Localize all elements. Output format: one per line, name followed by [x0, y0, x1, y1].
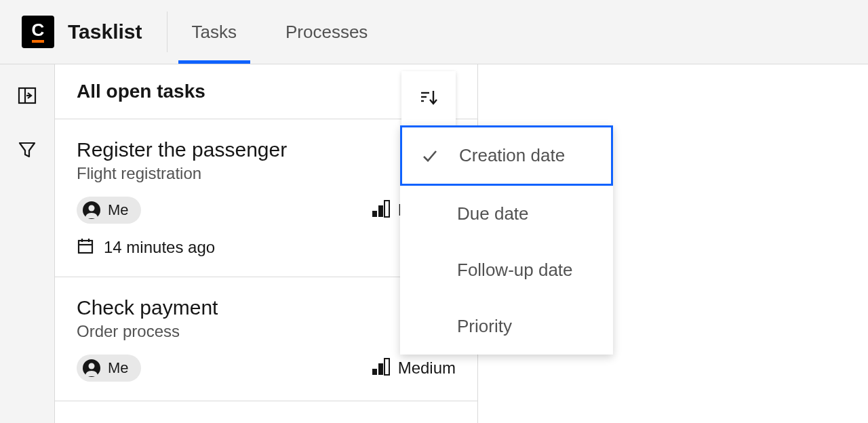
collapse-icon[interactable]: [16, 85, 38, 106]
main-area: All open tasks Creation: [0, 64, 868, 423]
app-title: Tasklist: [68, 20, 142, 43]
svg-rect-11: [384, 201, 389, 217]
sort-option-followup-date[interactable]: Follow-up date: [400, 242, 613, 298]
svg-rect-19: [378, 363, 383, 375]
svg-point-17: [89, 363, 95, 369]
calendar-icon: [77, 237, 94, 258]
task-time-row: 14 minutes ago: [77, 237, 456, 258]
assignee-pill[interactable]: Me: [77, 355, 141, 382]
logo-letter: C: [32, 21, 45, 39]
sort-option-label: Due date: [457, 203, 529, 224]
svg-rect-18: [372, 369, 377, 375]
task-process: Flight registration: [77, 164, 456, 183]
sort-button[interactable]: [401, 71, 456, 125]
task-process: Order process: [77, 322, 456, 341]
task-time: 14 minutes ago: [104, 238, 215, 257]
bar-chart-icon: [371, 357, 391, 380]
svg-point-8: [89, 205, 95, 212]
task-meta-row: Me Medium: [77, 197, 456, 224]
priority-label: Medium: [398, 359, 456, 378]
task-list-panel: All open tasks Creation: [54, 64, 478, 423]
svg-rect-12: [79, 241, 92, 253]
svg-rect-9: [372, 211, 377, 217]
top-bar: C Tasklist Tasks Processes: [0, 0, 868, 64]
task-title: Register the passenger: [77, 138, 456, 161]
panel-title: All open tasks: [77, 81, 205, 102]
sort-option-due-date[interactable]: Due date: [400, 186, 613, 242]
svg-rect-20: [384, 359, 389, 375]
sort-option-creation-date[interactable]: Creation date: [400, 125, 613, 186]
sort-icon: [418, 87, 439, 110]
priority-group: Medium: [371, 357, 456, 380]
nav-tabs: Tasks Processes: [192, 0, 368, 64]
assignee-pill[interactable]: Me: [77, 197, 141, 224]
filter-icon[interactable]: [16, 139, 38, 161]
app-logo: C: [22, 16, 54, 48]
assignee-label: Me: [108, 201, 129, 219]
sidebar: [0, 64, 54, 423]
task-title: Check payment: [77, 296, 456, 319]
header-divider: [167, 12, 167, 52]
task-meta-row: Me Medium: [77, 355, 456, 382]
tab-tasks[interactable]: Tasks: [192, 0, 237, 64]
bar-chart-icon: [371, 199, 391, 222]
logo-accent-bar: [32, 40, 44, 43]
tab-processes[interactable]: Processes: [285, 0, 368, 64]
person-icon: [82, 201, 101, 220]
sort-option-label: Priority: [457, 316, 512, 337]
sort-option-label: Follow-up date: [457, 260, 573, 281]
sort-dropdown: Creation date Due date Follow-up date Pr…: [400, 125, 613, 355]
svg-rect-10: [378, 205, 383, 217]
assignee-label: Me: [108, 359, 129, 377]
person-icon: [82, 359, 101, 378]
check-icon: [421, 147, 441, 165]
sort-option-label: Creation date: [459, 145, 565, 166]
sort-option-priority[interactable]: Priority: [400, 298, 613, 355]
